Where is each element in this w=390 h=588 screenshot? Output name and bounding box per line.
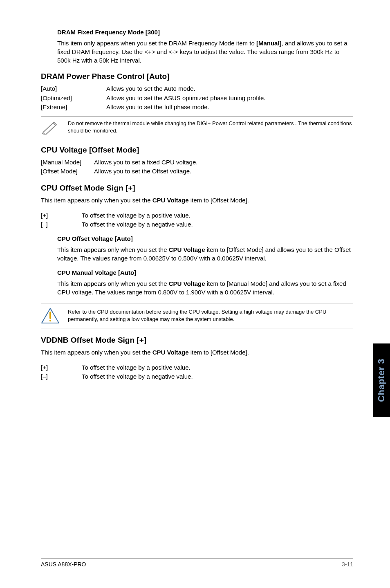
row-desc: To offset the voltage by a positive valu… [82, 363, 191, 373]
text-bold: CPU Voltage [152, 197, 189, 204]
table-row: [Optimized] Allows you to set the ASUS o… [41, 94, 353, 103]
cpu-manual-voltage-body: This item appears only when you set the … [57, 279, 353, 296]
text-part: This item only appears when you set the … [57, 40, 256, 47]
text-bold: [Manual] [256, 40, 282, 47]
dram-power-table: [Auto] Allows you to set the Auto mode. … [41, 84, 353, 112]
row-label: [Offset Mode] [41, 167, 94, 176]
table-row: [–] To offset the voltage by a negative … [41, 220, 353, 229]
table-row: [Manual Mode] Allows you to set a fixed … [41, 158, 353, 167]
row-label: [–] [41, 220, 82, 229]
table-row: [Extreme] Allows you to set the full pha… [41, 103, 353, 112]
vddnb-title: VDDNB Offset Mode Sign [+] [41, 336, 353, 345]
footer-product: ASUS A88X-PRO [41, 561, 86, 568]
warning-text: Refer to the CPU documentation before se… [68, 308, 353, 323]
svg-point-2 [49, 320, 51, 321]
text-part: This item appears only when you set the [57, 280, 169, 287]
page-content: DRAM Fixed Frequency Mode [300] This ite… [0, 0, 390, 588]
page-footer: ASUS A88X-PRO 3-11 [41, 558, 353, 568]
row-desc: Allows you to set a fixed CPU voltage. [94, 158, 197, 167]
cpu-offset-sign-table: [+] To offset the voltage by a positive … [41, 211, 353, 229]
cpu-voltage-table: [Manual Mode] Allows you to set a fixed … [41, 158, 353, 176]
table-row: [–] To offset the voltage by a negative … [41, 372, 353, 382]
warning-box: Refer to the CPU documentation before se… [41, 303, 353, 328]
cpu-manual-voltage-title: CPU Manual Voltage [Auto] [57, 269, 353, 276]
row-desc: To offset the voltage by a negative valu… [82, 372, 193, 382]
cpu-offset-voltage-title: CPU Offset Voltage [Auto] [57, 235, 353, 242]
row-desc: Allows you to set the ASUS optimized pha… [106, 94, 265, 103]
note-box: Do not remove the thermal module while c… [41, 116, 353, 138]
row-desc: To offset the voltage by a negative valu… [82, 220, 193, 229]
text-part: This item appears only when you set the [57, 246, 169, 253]
table-row: [Offset Mode] Allows you to set the Offs… [41, 167, 353, 176]
text-part: item to [Offset Mode]. [189, 349, 249, 356]
cpu-offset-sign-title: CPU Offset Mode Sign [+] [41, 184, 353, 193]
chapter-side-tab: Chapter 3 [373, 343, 390, 417]
text-bold: CPU Voltage [169, 280, 205, 287]
row-label: [+] [41, 211, 82, 220]
text-bold: CPU Voltage [152, 349, 189, 356]
table-row: [+] To offset the voltage by a positive … [41, 363, 353, 373]
cpu-offset-sign-intro: This item appears only when you set the … [41, 196, 353, 204]
text-part: item to [Offset Mode]. [189, 197, 249, 204]
footer-page-number: 3-11 [342, 561, 353, 568]
row-desc: Allows you to set the Offset voltage. [94, 167, 191, 176]
dram-fixed-body: This item only appears when you set the … [57, 39, 353, 65]
text-part: This item appears only when you set the [41, 197, 152, 204]
row-label: [Auto] [41, 84, 106, 94]
row-desc: Allows you to set the full phase mode. [106, 103, 209, 112]
cpu-offset-voltage-section: CPU Offset Voltage [Auto] This item appe… [57, 235, 353, 263]
text-part: This item appears only when you set the [41, 349, 152, 356]
vddnb-table: [+] To offset the voltage by a positive … [41, 363, 353, 382]
vddnb-intro: This item appears only when you set the … [41, 348, 353, 357]
dram-fixed-title: DRAM Fixed Frequency Mode [300] [57, 29, 353, 36]
cpu-voltage-title: CPU Voltage [Offset Mode] [41, 146, 353, 155]
row-label: [Optimized] [41, 94, 106, 103]
note-text: Do not remove the thermal module while c… [68, 120, 353, 135]
dram-fixed-section: DRAM Fixed Frequency Mode [300] This ite… [57, 29, 353, 65]
row-label: [+] [41, 363, 82, 373]
text-bold: CPU Voltage [169, 246, 205, 253]
row-label: [Manual Mode] [41, 158, 94, 167]
row-label: [Extreme] [41, 103, 106, 112]
cpu-manual-voltage-section: CPU Manual Voltage [Auto] This item appe… [57, 269, 353, 296]
warning-triangle-icon [41, 307, 60, 324]
table-row: [+] To offset the voltage by a positive … [41, 211, 353, 220]
cpu-offset-voltage-body: This item appears only when you set the … [57, 245, 353, 263]
pencil-note-icon [41, 120, 60, 135]
row-desc: Allows you to set the Auto mode. [106, 84, 195, 94]
table-row: [Auto] Allows you to set the Auto mode. [41, 84, 353, 94]
row-desc: To offset the voltage by a positive valu… [82, 211, 191, 220]
chapter-label: Chapter 3 [376, 359, 387, 402]
dram-power-title: DRAM Power Phase Control [Auto] [41, 72, 353, 81]
row-label: [–] [41, 372, 82, 382]
